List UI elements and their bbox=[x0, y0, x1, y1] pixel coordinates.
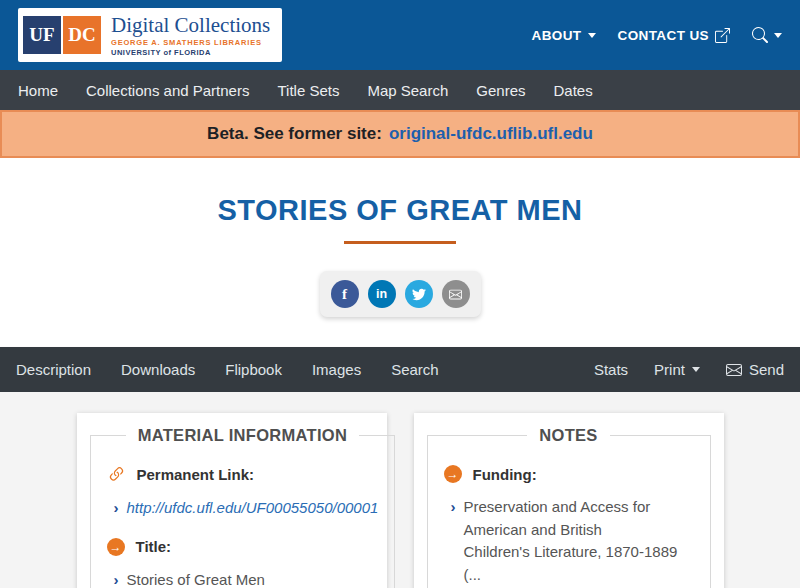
site-title: Digital Collections bbox=[111, 13, 270, 37]
linkedin-icon: in bbox=[376, 287, 387, 301]
funding-value: Preservation and Access for American and… bbox=[464, 496, 694, 586]
nav-item-genres[interactable]: Genres bbox=[462, 73, 539, 108]
nav-item-home[interactable]: Home bbox=[4, 73, 72, 108]
about-label: ABOUT bbox=[532, 28, 582, 43]
email-share-button[interactable] bbox=[442, 280, 470, 308]
page-title: STORIES OF GREAT MEN bbox=[0, 194, 800, 227]
material-information-card: MATERIAL INFORMATION Permanent Link: › h… bbox=[77, 413, 387, 588]
toolbar-tab-flipbook[interactable]: Flipbook bbox=[225, 361, 282, 378]
facebook-share-button[interactable]: f bbox=[331, 280, 359, 308]
chevron-down-icon bbox=[588, 33, 596, 38]
site-logo[interactable]: UF DC Digital Collections GEORGE A. SMAT… bbox=[18, 8, 282, 62]
chevron-down-icon bbox=[774, 33, 782, 38]
site-subtitle-university: UNIVERSITY of FLORIDA bbox=[111, 49, 270, 58]
hero-section: STORIES OF GREAT MEN f in bbox=[0, 158, 800, 347]
material-information-title: MATERIAL INFORMATION bbox=[126, 426, 359, 445]
search-menu[interactable] bbox=[752, 27, 782, 43]
contact-us-label: CONTACT US bbox=[618, 28, 710, 43]
permanent-link-label: Permanent Link: bbox=[137, 466, 255, 483]
title-field-value: Stories of Great Men bbox=[127, 569, 265, 588]
uf-logo-square: UF bbox=[23, 16, 61, 54]
toolbar-tab-downloads[interactable]: Downloads bbox=[121, 361, 195, 378]
chevron-right-icon: › bbox=[114, 569, 119, 588]
site-subtitle-libraries: GEORGE A. SMATHERS LIBRARIES bbox=[111, 39, 270, 48]
nav-item-collections-and-partners[interactable]: Collections and Partners bbox=[72, 73, 263, 108]
notes-card: NOTES → Funding: › Preservation and Acce… bbox=[414, 413, 724, 588]
beta-banner-message: Beta. See former site: bbox=[207, 124, 382, 144]
print-menu[interactable]: Print bbox=[654, 361, 700, 378]
former-site-link[interactable]: original-ufdc.uflib.ufl.edu bbox=[389, 124, 593, 144]
envelope-icon bbox=[726, 362, 742, 378]
toolbar-tab-images[interactable]: Images bbox=[312, 361, 361, 378]
arrow-right-circle-icon: → bbox=[107, 538, 125, 556]
permanent-link-icon bbox=[107, 465, 126, 484]
nav-item-dates[interactable]: Dates bbox=[539, 73, 606, 108]
social-share-bar: f in bbox=[320, 271, 481, 317]
permanent-link-value[interactable]: http://ufdc.ufl.edu/UF00055050/00001 bbox=[127, 497, 379, 520]
beta-banner: Beta. See former site: original-ufdc.ufl… bbox=[0, 110, 800, 158]
notes-title: NOTES bbox=[527, 426, 609, 445]
toolbar-tab-search[interactable]: Search bbox=[391, 361, 439, 378]
chevron-down-icon bbox=[692, 367, 700, 372]
chevron-right-icon: › bbox=[114, 497, 119, 520]
envelope-icon bbox=[449, 288, 462, 301]
chevron-right-icon: › bbox=[451, 496, 456, 586]
dc-logo-square: DC bbox=[63, 16, 101, 54]
title-field-label: Title: bbox=[136, 538, 172, 555]
contact-us-link[interactable]: CONTACT US bbox=[618, 28, 731, 43]
item-toolbar: Description Downloads Flipbook Images Se… bbox=[0, 347, 800, 392]
site-header: UF DC Digital Collections GEORGE A. SMAT… bbox=[0, 0, 800, 70]
send-button[interactable]: Send bbox=[726, 361, 784, 378]
stats-button[interactable]: Stats bbox=[594, 361, 628, 378]
twitter-share-button[interactable] bbox=[405, 280, 433, 308]
search-icon bbox=[752, 27, 768, 43]
send-label: Send bbox=[749, 361, 784, 378]
toolbar-tab-description[interactable]: Description bbox=[16, 361, 91, 378]
external-link-icon bbox=[715, 28, 730, 43]
about-menu[interactable]: ABOUT bbox=[532, 28, 596, 43]
print-label: Print bbox=[654, 361, 685, 378]
arrow-right-circle-icon: → bbox=[444, 465, 462, 483]
main-navigation: Home Collections and Partners Title Sets… bbox=[0, 70, 800, 110]
nav-item-title-sets[interactable]: Title Sets bbox=[263, 73, 353, 108]
funding-label: Funding: bbox=[473, 466, 537, 483]
twitter-icon bbox=[412, 287, 426, 301]
content-area: MATERIAL INFORMATION Permanent Link: › h… bbox=[0, 392, 800, 588]
linkedin-share-button[interactable]: in bbox=[368, 280, 396, 308]
ufdc-logo-mark: UF DC bbox=[23, 16, 101, 54]
nav-item-map-search[interactable]: Map Search bbox=[353, 73, 462, 108]
facebook-icon: f bbox=[342, 286, 347, 303]
